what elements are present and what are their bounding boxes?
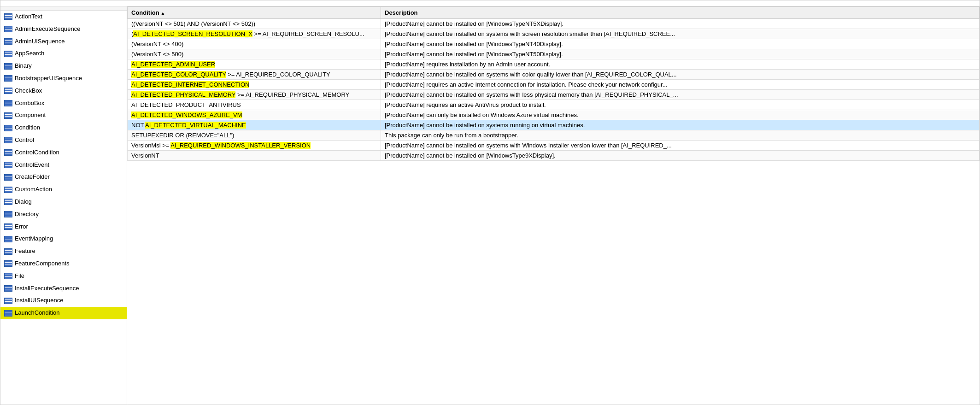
sidebar-item-installuisequence[interactable]: InstallUISequence [0, 294, 127, 307]
table-icon [4, 38, 12, 45]
sidebar-item-label: InstallExecuteSequence [15, 284, 79, 293]
table-cell-condition: NOT AI_DETECTED_VIRTUAL_MACHINE [128, 120, 381, 130]
table-icon [4, 88, 12, 94]
table-cell-condition: (AI_DETECTED_SCREEN_RESOLUTION_X >= AI_R… [128, 29, 381, 39]
sidebar-item-label: Error [15, 222, 28, 232]
sidebar-item-label: CustomAction [15, 185, 52, 194]
table-icon [4, 100, 12, 106]
sidebar-item-label: CheckBox [15, 86, 42, 96]
table-row[interactable]: AI_DETECTED_ADMIN_USER[ProductName] requ… [128, 59, 980, 70]
table-area: Condition Description ((VersionNT <> 501… [127, 6, 980, 405]
sidebar-item-label: AdminUISequence [15, 37, 65, 47]
table-cell-condition: AI_DETECTED_PRODUCT_ANTIVIRUS [128, 100, 381, 110]
table-cell-description: [ProductName] requires an active AntiVir… [381, 100, 980, 110]
table-icon [4, 236, 12, 242]
sidebar: ActionTextAdminExecuteSequenceAdminUISeq… [0, 6, 127, 405]
sidebar-item-label: Dialog [15, 197, 32, 207]
table-cell-description: [ProductName] cannot be installed on [Wi… [381, 151, 980, 161]
table-row[interactable]: (AI_DETECTED_SCREEN_RESOLUTION_X >= AI_R… [128, 29, 980, 39]
table-icon [4, 174, 12, 181]
table-row[interactable]: (VersionNT <> 400)[ProductName] cannot b… [128, 39, 980, 49]
sidebar-item-actiontext[interactable]: ActionText [0, 11, 127, 23]
sidebar-item-combobox[interactable]: ComboBox [0, 97, 127, 110]
sidebar-item-label: Component [15, 111, 46, 120]
table-row[interactable]: AI_DETECTED_PRODUCT_ANTIVIRUS[ProductNam… [128, 100, 980, 110]
app-container: ActionTextAdminExecuteSequenceAdminUISeq… [0, 0, 980, 405]
table-icon [4, 248, 12, 255]
table-row[interactable]: AI_DETECTED_PHYSICAL_MEMORY >= AI_REQUIR… [128, 90, 980, 100]
table-icon [4, 13, 12, 20]
sidebar-item-label: LaunchCondition [15, 308, 60, 318]
sidebar-header [0, 6, 127, 11]
table-cell-description: [ProductName] cannot be installed on sys… [381, 141, 980, 151]
table-icon [4, 187, 12, 193]
sidebar-item-controlevent[interactable]: ControlEvent [0, 159, 127, 171]
table-icon [4, 298, 12, 304]
sidebar-item-dialog[interactable]: Dialog [0, 196, 127, 208]
table-row[interactable]: (VersionNT <> 500)[ProductName] cannot b… [128, 49, 980, 59]
table-row[interactable]: VersionNT[ProductName] cannot be install… [128, 151, 980, 161]
sidebar-item-controlcondition[interactable]: ControlCondition [0, 147, 127, 159]
table-cell-condition: AI_DETECTED_INTERNET_CONNECTION [128, 80, 381, 90]
table-icon [4, 223, 12, 230]
table-row[interactable]: AI_DETECTED_WINDOWS_AZURE_VM[ProductName… [128, 110, 980, 120]
sidebar-list[interactable]: ActionTextAdminExecuteSequenceAdminUISeq… [0, 11, 127, 405]
sidebar-item-binary[interactable]: Binary [0, 60, 127, 72]
sidebar-item-label: AppSearch [15, 49, 44, 59]
table-cell-condition: AI_DETECTED_PHYSICAL_MEMORY >= AI_REQUIR… [128, 90, 381, 100]
table-cell-description: [ProductName] cannot be installed on sys… [381, 90, 980, 100]
table-icon [4, 51, 12, 57]
table-icon [4, 199, 12, 205]
sidebar-item-adminexecutesequence[interactable]: AdminExecuteSequence [0, 23, 127, 35]
table-row[interactable]: AI_DETECTED_COLOR_QUALITY >= AI_REQUIRED… [128, 70, 980, 80]
table-cell-description: [ProductName] can only be installed on W… [381, 110, 980, 120]
table-cell-condition: AI_DETECTED_COLOR_QUALITY >= AI_REQUIRED… [128, 70, 381, 80]
data-table: Condition Description ((VersionNT <> 501… [127, 6, 980, 161]
sidebar-item-featurecomponents[interactable]: FeatureComponents [0, 258, 127, 270]
sidebar-item-control[interactable]: Control [0, 134, 127, 147]
table-cell-condition: AI_DETECTED_WINDOWS_AZURE_VM [128, 110, 381, 120]
sidebar-item-eventmapping[interactable]: EventMapping [0, 233, 127, 245]
sidebar-item-directory[interactable]: Directory [0, 208, 127, 221]
table-cell-condition: (VersionNT <> 400) [128, 39, 381, 49]
sidebar-item-label: ControlEvent [15, 160, 49, 170]
table-cell-condition: VersionNT [128, 151, 381, 161]
table-row[interactable]: SETUPEXEDIR OR (REMOVE="ALL")This packag… [128, 130, 980, 141]
table-row[interactable]: AI_DETECTED_INTERNET_CONNECTION[ProductN… [128, 80, 980, 90]
main-content: ActionTextAdminExecuteSequenceAdminUISeq… [0, 6, 980, 405]
table-cell-description: [ProductName] cannot be installed on sys… [381, 70, 980, 80]
table-row[interactable]: NOT AI_DETECTED_VIRTUAL_MACHINE[ProductN… [128, 120, 980, 130]
table-scroll[interactable]: Condition Description ((VersionNT <> 501… [127, 6, 980, 405]
col-header-condition[interactable]: Condition [128, 7, 381, 19]
table-cell-description: [ProductName] cannot be installed on sys… [381, 120, 980, 130]
sidebar-item-launchcondition[interactable]: LaunchCondition [0, 307, 127, 319]
sidebar-item-file[interactable]: File [0, 270, 127, 282]
sidebar-item-condition[interactable]: Condition [0, 122, 127, 134]
sidebar-item-label: Binary [15, 61, 32, 71]
sidebar-item-createfolder[interactable]: CreateFolder [0, 171, 127, 183]
table-icon [4, 125, 12, 131]
table-row[interactable]: VersionMsi >= AI_REQUIRED_WINDOWS_INSTAL… [128, 141, 980, 151]
table-icon [4, 273, 12, 279]
sidebar-item-customaction[interactable]: CustomAction [0, 183, 127, 196]
sidebar-item-error[interactable]: Error [0, 221, 127, 233]
sidebar-item-appsearch[interactable]: AppSearch [0, 47, 127, 60]
sidebar-item-label: Directory [15, 210, 39, 219]
sidebar-item-component[interactable]: Component [0, 109, 127, 122]
sidebar-item-bootstrapperuisequence[interactable]: BootstrapperUISequence [0, 72, 127, 85]
table-cell-condition: VersionMsi >= AI_REQUIRED_WINDOWS_INSTAL… [128, 141, 381, 151]
table-row[interactable]: ((VersionNT <> 501) AND (VersionNT <> 50… [128, 19, 980, 29]
table-cell-description: [ProductName] requires an active Interne… [381, 80, 980, 90]
sidebar-item-label: Condition [15, 123, 40, 133]
sidebar-item-label: EventMapping [15, 234, 53, 244]
table-icon [4, 260, 12, 267]
table-icon [4, 63, 12, 70]
sidebar-item-checkbox[interactable]: CheckBox [0, 85, 127, 97]
table-cell-description: [ProductName] cannot be installed on sys… [381, 29, 980, 39]
col-header-description[interactable]: Description [381, 7, 980, 19]
table-cell-description: [ProductName] cannot be installed on [Wi… [381, 49, 980, 59]
sidebar-item-adminuisequence[interactable]: AdminUISequence [0, 35, 127, 48]
sidebar-item-installexecutesequence[interactable]: InstallExecuteSequence [0, 282, 127, 295]
sidebar-item-feature[interactable]: Feature [0, 245, 127, 258]
table-icon [4, 310, 12, 317]
